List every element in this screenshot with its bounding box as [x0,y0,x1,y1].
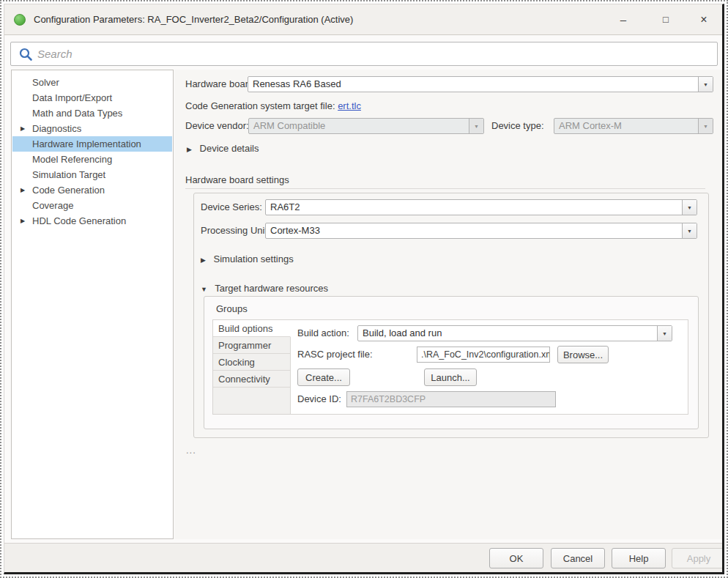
device-id-field: R7FA6T2BD3CFP [346,391,556,407]
target-file-label: Code Generation system target file: [185,100,335,111]
combo-arrow-icon[interactable]: ▼ [657,326,672,341]
hardware-board-combo[interactable]: Renesas RA6 Based ▼ [248,76,713,92]
device-type-label: Device type: [491,118,544,134]
expander-icon: ▶ [201,256,206,264]
target-file-row: Code Generation system target file: ert.… [185,98,361,114]
section-divider [185,188,705,189]
expander-icon: ▶ [187,146,192,153]
sidebar-item-math-and-data-types[interactable]: Math and Data Types [12,105,172,121]
overflow-text: ... [186,445,196,456]
expander-icon[interactable]: ▶ [21,121,25,136]
rasc-project-file-label: RASC project file: [297,347,373,363]
sidebar-item-solver[interactable]: Solver [12,75,172,90]
device-vendor-combo: ARM Compatible ▼ [248,118,484,134]
processing-unit-combo[interactable]: Cortex-M33 ▼ [265,223,697,239]
combo-arrow-icon: ▼ [698,119,713,133]
screenshot-frame: Configuration Parameters: RA_FOC_Inverte… [0,0,728,578]
sidebar-item-hdl-code-generation[interactable]: ▶HDL Code Generation [12,213,172,229]
title-bar: Configuration Parameters: RA_FOC_Inverte… [4,4,722,35]
build-action-combo[interactable]: Build, load and run ▼ [357,325,672,341]
sidebar-item-data-import-export[interactable]: Data Import/Export [12,90,172,105]
search-icon [18,47,33,62]
sidebar-item-model-referencing[interactable]: Model Referencing [12,152,172,167]
hardware-board-label: Hardware board: [185,76,256,92]
cancel-button[interactable]: Cancel [551,548,605,568]
tab-build-options[interactable]: Build options [213,320,291,337]
expander-icon[interactable]: ▶ [21,213,25,229]
sidebar-item-simulation-target[interactable]: Simulation Target [12,167,172,182]
groups-tab-column: Build options Programmer Clocking Connec… [213,320,291,414]
device-series-combo[interactable]: RA6T2 ▼ [265,199,697,215]
sidebar-item-coverage[interactable]: Coverage [12,198,172,213]
search-box[interactable] [10,42,718,66]
combo-arrow-icon[interactable]: ▼ [682,200,697,215]
sidebar-item-hardware-implementation[interactable]: Hardware Implementation [12,136,172,152]
build-action-label: Build action: [297,325,349,341]
target-file-link[interactable]: ert.tlc [338,100,361,111]
browse-button[interactable]: Browse... [557,346,609,363]
tab-programmer[interactable]: Programmer [213,337,290,354]
device-vendor-label: Device vendor: [185,118,249,134]
close-button[interactable]: × [693,4,715,35]
category-tree: Solver Data Import/Export Math and Data … [11,70,174,539]
device-series-label: Device Series: [201,199,262,215]
tab-clocking[interactable]: Clocking [213,354,290,371]
sidebar-item-code-generation[interactable]: ▶Code Generation [12,182,172,198]
groups-label: Groups [216,301,248,317]
apply-button: Apply [672,548,724,568]
combo-arrow-icon[interactable]: ▼ [698,77,713,92]
sidebar-item-diagnostics[interactable]: ▶Diagnostics [12,121,172,136]
launch-button[interactable]: Launch... [424,368,477,386]
window-title: Configuration Parameters: RA_FOC_Inverte… [34,4,353,35]
search-input[interactable] [37,43,704,64]
processing-unit-label: Processing Unit: [201,223,270,239]
device-type-combo: ARM Cortex-M ▼ [554,118,713,134]
rasc-project-file-field[interactable]: .\RA_FoC_Inv2\configuration.xml [417,347,550,363]
expander-icon: ▼ [201,286,207,293]
create-button[interactable]: Create... [297,368,350,386]
target-hardware-resources-expander[interactable]: ▼ Target hardware resources [201,281,328,296]
hardware-board-settings-heading: Hardware board settings [185,172,289,188]
combo-arrow-icon: ▼ [469,119,483,133]
combo-arrow-icon[interactable]: ▼ [682,223,697,238]
minimize-button[interactable]: – [612,4,634,35]
ok-button[interactable]: OK [489,548,543,568]
expander-icon[interactable]: ▶ [21,182,25,198]
device-id-label: Device ID: [297,391,341,407]
help-button[interactable]: Help [612,548,666,568]
simulink-config-icon [14,14,26,26]
tab-connectivity[interactable]: Connectivity [213,371,290,388]
configuration-parameters-window: Configuration Parameters: RA_FOC_Inverte… [4,4,724,574]
maximize-button[interactable]: □ [655,4,677,35]
simulation-settings-expander[interactable]: ▶ Simulation settings [201,252,294,267]
device-details-expander[interactable]: ▶ Device details [187,141,259,156]
